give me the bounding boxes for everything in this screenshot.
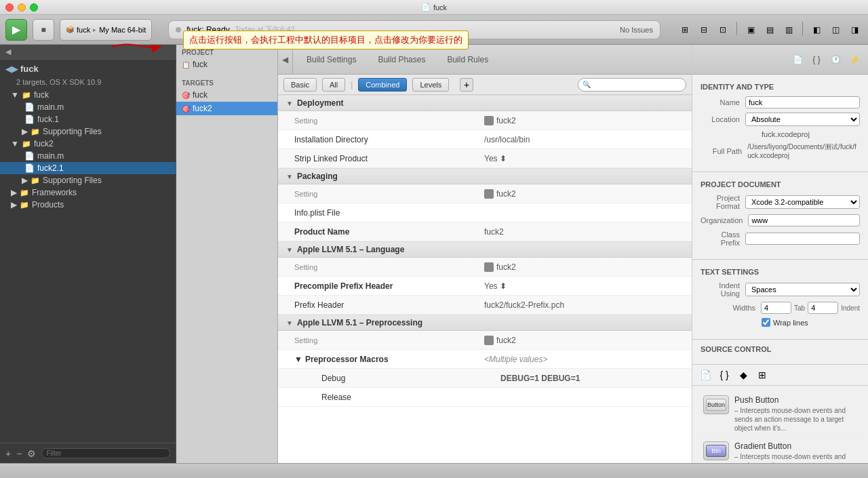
tab-build-settings[interactable]: Build Settings — [298, 52, 364, 67]
file-icon: 📄 — [24, 102, 35, 112]
version-editor[interactable]: ▥ — [781, 22, 797, 38]
back-button[interactable]: ◀ — [278, 45, 293, 75]
filter-all[interactable]: All — [322, 78, 345, 92]
obj-struct-btn[interactable]: { } — [717, 367, 732, 382]
obj-cube-btn[interactable]: ◆ — [736, 367, 751, 382]
section-deployment[interactable]: ▼ Deployment — [278, 95, 692, 111]
section-packaging[interactable]: ▼ Packaging — [278, 168, 692, 184]
row-release[interactable]: Release — [278, 388, 692, 407]
add-file-button[interactable]: + — [5, 448, 11, 459]
remove-file-button[interactable]: − — [16, 448, 22, 459]
row-infoplist[interactable]: Info.plist File — [278, 203, 692, 222]
run-button[interactable]: ▶ — [5, 19, 27, 41]
nav-file-fuck1[interactable]: 📄 fuck.1 — [0, 113, 176, 125]
hide-right-panel[interactable]: ◨ — [846, 22, 863, 38]
nav-group-fuck2[interactable]: ▼ 📁 fuck2 — [0, 138, 176, 150]
hide-bottom-panel[interactable]: ◫ — [827, 22, 844, 38]
tab-build-phases[interactable]: Build Phases — [370, 52, 433, 67]
maximize-button[interactable] — [30, 3, 38, 12]
location-select[interactable]: Absolute Relative to Group — [745, 113, 860, 126]
row-strip-linked[interactable]: Strip Linked Product Yes ⬍ — [278, 149, 692, 168]
section-llvm-preproc[interactable]: ▼ Apple LLVM 5.1 – Preprocessing — [278, 315, 692, 331]
filter-combined[interactable]: Combined — [358, 78, 407, 92]
toolbar-right-buttons: ⊞ ⊟ ⊡ ▣ ▤ ▥ ◧ ◫ ◨ — [677, 22, 863, 38]
project-target-sidebar: PROJECT 📋 fuck TARGETS 🎯 fuck 🎯 fuck2 — [176, 45, 278, 463]
status-bottom — [0, 463, 868, 478]
filename-value: fuck.xcodeproj — [762, 130, 860, 138]
project-root[interactable]: ◀▶ fuck — [0, 60, 176, 78]
class-prefix-input[interactable] — [745, 233, 860, 245]
target-item-fuck[interactable]: 🎯 fuck — [176, 88, 277, 102]
indent-select[interactable]: Spaces Tabs — [745, 283, 860, 296]
minimize-button[interactable] — [18, 3, 26, 12]
row-product-name[interactable]: Product Name fuck2 — [278, 222, 692, 241]
inspector-file-btn[interactable]: 📄 — [789, 52, 806, 68]
row-debug[interactable]: Debug DEBUG=1 DEBUG=1 — [278, 369, 692, 388]
tab-width-input[interactable] — [761, 302, 791, 314]
indent-label: Indent — [841, 304, 860, 312]
expand-icon: ▶ — [22, 176, 28, 185]
scheme-selector[interactable]: 📦 fuck ▸ My Mac 64-bit — [60, 19, 152, 41]
row-precompile-prefix[interactable]: Precompile Prefix Header Yes ⬍ — [278, 277, 692, 296]
folder-icon: 📁 — [22, 140, 31, 148]
obj-gradient-button[interactable]: Btn Gradient Button – Intercepts mouse-d… — [698, 437, 863, 463]
target-icon — [484, 189, 494, 199]
target-icon — [484, 262, 494, 272]
nav-file-mainm[interactable]: 📄 main.m — [0, 101, 176, 113]
target-item-fuck2-selected[interactable]: 🎯 fuck2 — [176, 102, 277, 115]
nav-folder-supporting2[interactable]: ▶ 📁 Supporting Files — [0, 174, 176, 186]
collapse-icon: ▼ — [286, 173, 293, 180]
debug-toggle[interactable]: ⊟ — [696, 22, 712, 38]
nav-filter-input[interactable] — [41, 448, 170, 458]
nav-folder-frameworks[interactable]: ▶ 📁 Frameworks — [0, 186, 176, 199]
obj-push-button[interactable]: Button Push Button – Intercepts mouse-do… — [698, 391, 863, 437]
folder-icon: 📁 — [20, 201, 29, 210]
search-input[interactable] — [591, 81, 684, 89]
wrap-lines-checkbox[interactable] — [762, 318, 770, 327]
editor-header: ◀ Build Settings Build Phases Build Rule… — [278, 45, 692, 75]
indent-width-input[interactable] — [808, 302, 838, 314]
status-bar: fuck: Ready Today at 下午6:42 No Issues — [168, 20, 660, 39]
hide-left-panel[interactable]: ◧ — [808, 22, 825, 38]
inspector-quick-btn[interactable]: { } — [808, 52, 825, 68]
row-preprocessor-macros[interactable]: ▼ Preprocessor Macros <Multiple values> — [278, 350, 692, 369]
target-icon — [484, 336, 494, 345]
obj-file-btn[interactable]: 📄 — [698, 367, 713, 382]
tab-build-rules[interactable]: Build Rules — [439, 52, 496, 67]
nav-folder-supporting[interactable]: ▶ 📁 Supporting Files — [0, 125, 176, 138]
nav-file-mainm2[interactable]: 📄 main.m — [0, 150, 176, 162]
inspector-history-btn[interactable]: 🕐 — [827, 52, 844, 68]
folder-icon: 📁 — [31, 176, 40, 185]
obj-media-btn[interactable]: ⊞ — [755, 367, 770, 382]
row-prefix-header[interactable]: Prefix Header fuck2/fuck2-Prefix.pch — [278, 296, 692, 315]
expand-icon: ▼ — [11, 90, 19, 100]
status-ready: fuck: Ready — [186, 25, 229, 35]
row-installation-dir[interactable]: Installation Directory /usr/local/bin — [278, 130, 692, 149]
project-document-section: Project Document Project Format Xcode 3.… — [692, 172, 868, 260]
folder-icon: 📁 — [22, 91, 31, 100]
nav-folder-products[interactable]: ▶ 📁 Products — [0, 199, 176, 211]
nav-group-fuck[interactable]: ▼ 📁 fuck — [0, 89, 176, 101]
file-icon: 📄 — [24, 151, 35, 161]
name-input[interactable] — [745, 96, 860, 108]
editor-area: ◀ Build Settings Build Phases Build Rule… — [278, 45, 692, 463]
add-setting-button[interactable]: + — [460, 78, 473, 92]
stop-button[interactable]: ■ — [33, 19, 54, 41]
project-item-fuck[interactable]: 📋 fuck — [176, 58, 277, 71]
format-select[interactable]: Xcode 3.2-compatible — [745, 195, 860, 209]
standard-editor[interactable]: ▣ — [743, 22, 759, 38]
close-button[interactable] — [5, 3, 14, 12]
filter-levels[interactable]: Levels — [412, 78, 449, 92]
wrap-label: Wrap lines — [773, 319, 808, 327]
expand-icon: ▼ — [294, 355, 302, 364]
inspector-more-btn[interactable]: ⚡ — [846, 52, 863, 68]
options-button[interactable]: ⚙ — [27, 448, 36, 459]
filter-basic[interactable]: Basic — [283, 78, 317, 92]
navigator-toggle[interactable]: ⊞ — [677, 22, 693, 38]
section-llvm-lang[interactable]: ▼ Apple LLVM 5.1 – Language — [278, 241, 692, 258]
org-input[interactable] — [748, 214, 860, 226]
nav-file-fuck21-selected[interactable]: 📄 fuck2.1 — [0, 162, 176, 174]
tab-label: Tab — [794, 304, 805, 312]
assistant-toggle[interactable]: ⊡ — [715, 22, 731, 38]
assistant-editor[interactable]: ▤ — [762, 22, 778, 38]
